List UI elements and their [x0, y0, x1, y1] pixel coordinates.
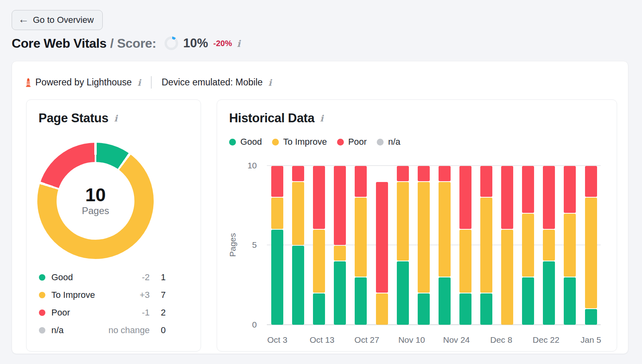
device-emulated-label: Device emulated: Mobile	[162, 77, 263, 88]
legend-change: no change	[108, 325, 150, 336]
legend-change: -2	[142, 272, 150, 283]
score-donut-chart	[165, 36, 178, 50]
bar-segment	[543, 261, 555, 325]
bar-segment	[522, 214, 534, 277]
device-info-icon[interactable]: i	[268, 77, 272, 88]
bar-segment	[313, 230, 325, 293]
legend-label: To Improve	[51, 290, 140, 300]
lighthouse-icon	[26, 78, 31, 87]
go-to-overview-button[interactable]: ← Go to Overview	[12, 10, 103, 30]
back-button-label: Go to Overview	[33, 15, 94, 25]
bar-segment	[313, 166, 325, 229]
legend-row-na[interactable]: n/a no change 0	[26, 322, 201, 339]
legend-item-na[interactable]: n/a	[377, 137, 400, 147]
bar-segment	[459, 293, 471, 325]
bar-segment	[355, 277, 367, 325]
bar-segment	[397, 166, 409, 181]
bar-segment	[585, 198, 597, 308]
legend-row-to-improve[interactable]: To Improve +3 7	[26, 286, 201, 304]
bar-segment	[564, 277, 576, 325]
bar-segment	[271, 166, 283, 197]
bar-segment	[397, 182, 409, 261]
legend-count: 7	[150, 290, 166, 300]
bar-segment	[480, 198, 492, 292]
bar-segment	[397, 261, 409, 325]
legend-row-good[interactable]: Good -2 1	[26, 269, 201, 286]
poor-dot-icon	[39, 309, 45, 316]
legend-change: -1	[142, 307, 150, 318]
legend-label: Good	[51, 272, 142, 283]
historical-data-info-icon[interactable]: i	[320, 113, 323, 123]
score-info-icon[interactable]: i	[237, 38, 240, 49]
page-status-card: Page Status i 10 Pages Good -2 1 To Impr…	[26, 99, 201, 352]
bar-segment	[418, 182, 430, 293]
bar-segment	[522, 277, 534, 325]
bar-segment	[313, 293, 325, 325]
page-title: Core Web Vitals	[12, 36, 106, 51]
bar-segment	[355, 198, 367, 277]
score-donut-hole	[167, 39, 176, 48]
legend-item-good[interactable]: Good	[229, 137, 262, 147]
x-tick-label: Jan 5	[563, 335, 619, 345]
legend-count: 2	[150, 307, 166, 318]
bar-segment	[271, 230, 283, 325]
bar-segment	[418, 166, 430, 181]
bar-segment	[292, 182, 304, 245]
score-delta: -20%	[213, 39, 232, 48]
legend-count: 0	[150, 325, 166, 336]
page-status-donut-chart[interactable]: 10 Pages	[37, 143, 154, 259]
good-dot-icon	[229, 139, 236, 146]
bar-segment	[271, 198, 283, 229]
bar-segment	[292, 246, 304, 325]
legend-label: Poor	[51, 307, 142, 318]
page-status-title: Page Status	[39, 111, 108, 125]
y-tick-0: 0	[217, 320, 257, 330]
bar-segment	[480, 166, 492, 197]
to-improve-dot-icon	[272, 139, 279, 146]
bar-segment	[439, 277, 451, 325]
page-header: Core Web Vitals / Score: 10% -20% i	[12, 34, 240, 52]
na-dot-icon	[377, 139, 384, 146]
bar-segment	[334, 246, 346, 261]
legend-item-to-improve[interactable]: To Improve	[272, 137, 327, 147]
legend-item-poor[interactable]: Poor	[337, 137, 367, 147]
bar-plot	[267, 166, 601, 325]
bar-segment	[334, 261, 346, 325]
historical-legend: Good To Improve Poor n/a	[229, 137, 400, 147]
bar-segment	[376, 293, 388, 325]
poor-dot-icon	[337, 139, 344, 146]
bar-segment	[585, 166, 597, 197]
y-tick-10: 10	[217, 160, 257, 171]
legend-change: +3	[140, 290, 150, 300]
good-dot-icon	[39, 274, 45, 281]
bar-segment	[439, 166, 451, 181]
bar-segment	[459, 166, 471, 229]
bar-segment	[439, 182, 451, 277]
bar-segment	[585, 309, 597, 325]
page-status-legend: Good -2 1 To Improve +3 7 Poor -1 2 n/a …	[26, 269, 201, 339]
bar-segment	[376, 182, 388, 293]
y-axis-label: Pages	[228, 231, 238, 259]
powered-by-info-icon[interactable]: i	[137, 77, 140, 88]
bar-segment	[522, 166, 534, 213]
na-dot-icon	[39, 327, 45, 334]
bar-segment	[543, 166, 555, 229]
historical-data-title: Historical Data	[229, 111, 315, 125]
bar-segment	[564, 166, 576, 213]
legend-label: To Improve	[283, 137, 327, 147]
bar-segment	[543, 230, 555, 261]
donut-center: 10 Pages	[57, 162, 134, 240]
legend-label: n/a	[388, 137, 400, 147]
legend-row-poor[interactable]: Poor -1 2	[26, 304, 201, 322]
meta-row: Powered by Lighthouse i Device emulated:…	[26, 76, 272, 89]
meta-divider	[151, 76, 152, 89]
donut-total-value: 10	[85, 185, 106, 204]
page-status-info-icon[interactable]: i	[114, 113, 117, 123]
score-label: / Score:	[110, 36, 156, 51]
historical-data-card: Historical Data i Good To Improve Poor n…	[217, 99, 617, 352]
bar-segment	[292, 166, 304, 181]
bar-segment	[459, 230, 471, 293]
bar-segment	[334, 166, 346, 245]
back-arrow-icon: ←	[18, 14, 29, 25]
legend-label: n/a	[51, 325, 108, 336]
